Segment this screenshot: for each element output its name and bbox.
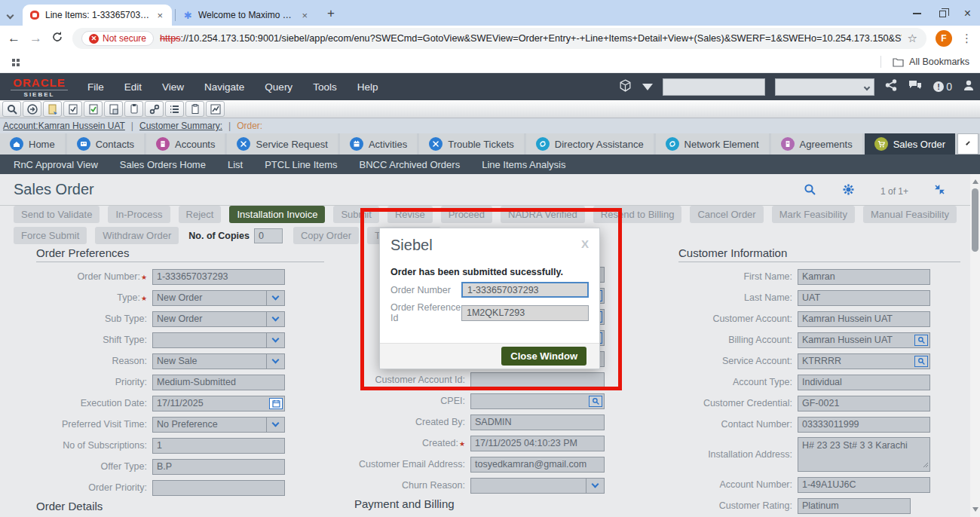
tab-close-icon[interactable]: × bbox=[300, 10, 309, 21]
action-button-withdraw-order[interactable]: Withdraw Order bbox=[95, 227, 179, 244]
field-input-billing-account[interactable]: Kamran Hussein UAT bbox=[798, 332, 930, 348]
action-button-submit[interactable]: Submit bbox=[333, 206, 378, 223]
sub-tab-list[interactable]: List bbox=[228, 159, 243, 170]
field-input-customer-account[interactable]: Kamran Hussein UAT bbox=[798, 311, 930, 327]
field-input-account-number[interactable]: 1-49A1UJ6C bbox=[798, 477, 930, 493]
header-search-input[interactable] bbox=[663, 78, 765, 96]
field-input-installation-address[interactable]: H# 23 23 St# 3 3 Karachi bbox=[798, 437, 930, 472]
pick-icon[interactable] bbox=[589, 396, 602, 407]
field-input-order-priority[interactable] bbox=[152, 480, 285, 496]
nav-tab-activities[interactable]: Activities bbox=[340, 133, 417, 154]
scroll-up-icon[interactable] bbox=[970, 176, 980, 188]
field-input-execution-date[interactable]: 17/11/2025 bbox=[152, 396, 285, 411]
browser-menu-icon[interactable]: ⋮ bbox=[961, 32, 972, 45]
toolbar-copy-icon[interactable] bbox=[124, 101, 143, 117]
dropdown-button[interactable] bbox=[266, 418, 284, 432]
resize-handle-icon[interactable] bbox=[923, 460, 929, 470]
url-bar[interactable]: ✕ Not secure https://10.254.173.150:9001… bbox=[72, 28, 926, 49]
sub-tab-ptcl-line-items[interactable]: PTCL Line Items bbox=[265, 159, 337, 170]
nav-tab-home[interactable]: Home bbox=[0, 133, 65, 154]
sub-tab-rnc-approval-view[interactable]: RnC Approval View bbox=[14, 159, 98, 170]
field-input-created[interactable]: 17/11/2025 04:10:23 PM bbox=[470, 436, 605, 451]
nav-tab-network-element[interactable]: Network Element bbox=[656, 133, 769, 154]
browser-tab-active[interactable]: Line Items: 1-333657037293 × bbox=[23, 5, 172, 26]
toolbar-report-icon[interactable] bbox=[185, 101, 204, 117]
sub-tab-sales-orders-home[interactable]: Sales Orders Home bbox=[120, 159, 206, 170]
action-button-send-to-validate[interactable]: Send to Validate bbox=[14, 206, 100, 223]
action-button-in-process[interactable]: In-Process bbox=[108, 206, 170, 223]
menu-file[interactable]: File bbox=[87, 81, 104, 93]
scrollbar-thumb[interactable] bbox=[972, 188, 978, 252]
action-button-force-submit[interactable]: Force Submit bbox=[14, 227, 87, 244]
action-button-nadra-verified[interactable]: NADRA Verified bbox=[501, 206, 585, 223]
menu-query[interactable]: Query bbox=[265, 81, 292, 93]
field-input-reason[interactable]: New Sale bbox=[152, 353, 285, 369]
field-input-customer-account-id[interactable] bbox=[470, 372, 605, 388]
collapse-icon[interactable] bbox=[934, 184, 945, 198]
calendar-icon[interactable] bbox=[269, 398, 283, 409]
cube-icon[interactable] bbox=[618, 78, 632, 96]
action-button-cancel-order[interactable]: Cancel Order bbox=[690, 206, 763, 223]
dropdown-button[interactable] bbox=[266, 312, 284, 326]
field-input-priority[interactable]: Medium-Submitted bbox=[152, 375, 285, 390]
toolbar-save-record-icon[interactable] bbox=[104, 101, 123, 117]
menu-view[interactable]: View bbox=[162, 81, 184, 93]
dropdown-arrow-icon[interactable] bbox=[642, 84, 653, 90]
breadcrumb-customer-summary[interactable]: Customer Summary: bbox=[139, 121, 222, 131]
back-icon[interactable]: ← bbox=[8, 31, 20, 46]
nav-tab-trouble-tickets[interactable]: Trouble Tickets bbox=[419, 133, 524, 154]
action-button-manual-feasibility[interactable]: Manual Feasibility bbox=[863, 206, 957, 223]
toolbar-go-icon[interactable] bbox=[23, 101, 41, 117]
sub-tab-line-items-analysis[interactable]: Line Items Analysis bbox=[482, 159, 565, 170]
header-select[interactable] bbox=[775, 78, 874, 96]
chat-icon[interactable] bbox=[908, 78, 923, 95]
field-input-customer-rating[interactable]: Platinum bbox=[798, 498, 911, 514]
action-button-proceed[interactable]: Proceed bbox=[441, 206, 492, 223]
reload-icon[interactable] bbox=[51, 31, 63, 46]
field-input-offer-type[interactable]: B.P bbox=[152, 459, 285, 475]
pick-icon[interactable] bbox=[914, 356, 928, 367]
field-input-service-account[interactable]: KTRRRR bbox=[798, 353, 930, 369]
toolbar-new-record-icon[interactable] bbox=[43, 101, 62, 117]
query-search-icon[interactable] bbox=[804, 183, 816, 199]
tab-search-icon[interactable] bbox=[8, 8, 13, 21]
nav-tab-directory-assistance[interactable]: Directory Assistance bbox=[526, 133, 654, 154]
dialog-close-icon[interactable]: X bbox=[581, 237, 589, 250]
field-input-cpei[interactable] bbox=[470, 393, 605, 409]
nav-tabs-overflow-button[interactable] bbox=[957, 133, 978, 154]
menu-edit[interactable]: Edit bbox=[124, 81, 142, 93]
browser-tab-inactive[interactable]: ✱ Welcome to Maximo - UAT New × bbox=[176, 5, 317, 26]
action-button-mark-feasibility[interactable]: Mark Feasibility bbox=[772, 206, 855, 223]
field-input-last-name[interactable]: UAT bbox=[798, 290, 930, 306]
restore-button[interactable] bbox=[939, 11, 946, 17]
forward-icon[interactable]: → bbox=[29, 31, 42, 46]
action-button-reject[interactable]: Reject bbox=[179, 206, 222, 223]
dropdown-button[interactable] bbox=[266, 354, 284, 369]
sub-tab-bncc-archived-orders[interactable]: BNCC Archived Orders bbox=[360, 159, 461, 170]
menu-help[interactable]: Help bbox=[357, 81, 378, 93]
not-secure-badge[interactable]: ✕ Not secure bbox=[81, 31, 154, 46]
user-icon[interactable] bbox=[962, 78, 975, 95]
nav-tab-service-request[interactable]: Service Request bbox=[227, 133, 337, 154]
field-input-preferred-visit-time[interactable]: No Preference bbox=[152, 417, 285, 433]
field-input-first-name[interactable]: Kamran bbox=[798, 269, 930, 285]
tab-close-icon[interactable]: × bbox=[155, 10, 164, 21]
nav-tab-agreements[interactable]: Agreements bbox=[771, 133, 862, 154]
close-window-button[interactable]: × bbox=[964, 7, 971, 20]
toolbar-query-icon[interactable] bbox=[63, 101, 82, 117]
toolbar-search-icon[interactable] bbox=[2, 101, 21, 117]
field-input-account-type[interactable]: Individual bbox=[798, 375, 930, 390]
dropdown-button[interactable] bbox=[266, 291, 284, 305]
menu-tools[interactable]: Tools bbox=[313, 81, 337, 93]
minimize-button[interactable] bbox=[913, 13, 921, 14]
share-icon[interactable] bbox=[884, 78, 898, 95]
menu-navigate[interactable]: Navigate bbox=[204, 81, 244, 93]
gear-icon[interactable] bbox=[842, 183, 855, 199]
field-input-sub-type[interactable]: New Order bbox=[152, 311, 285, 327]
dropdown-button[interactable] bbox=[586, 479, 604, 493]
order-number-field[interactable]: 1-333657037293 bbox=[461, 282, 589, 298]
order-reference-field[interactable]: 1M2QKL7293 bbox=[461, 305, 589, 321]
field-input-order-number[interactable]: 1-333657037293 bbox=[152, 269, 285, 285]
all-bookmarks-button[interactable]: All Bookmarks bbox=[880, 56, 969, 68]
breadcrumb-order[interactable]: Order: bbox=[237, 121, 262, 131]
